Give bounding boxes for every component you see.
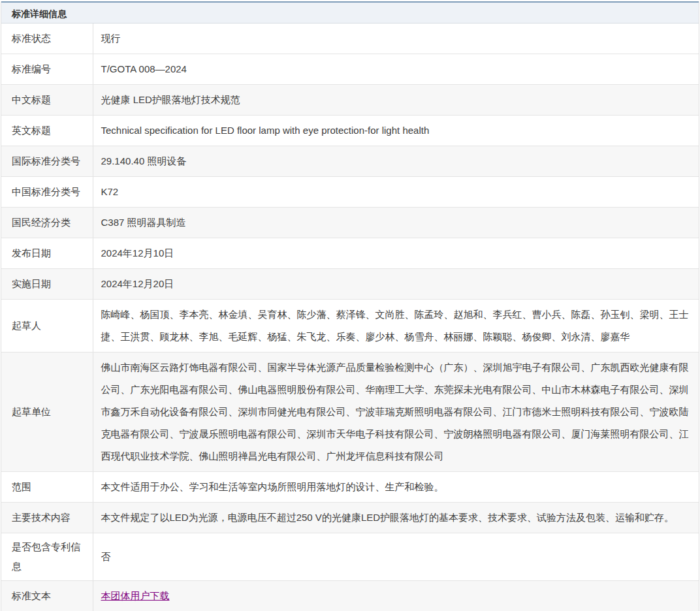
field-label: 是否包含专利信息 bbox=[1, 533, 93, 581]
field-value: 佛山市南海区云路灯饰电器有限公司、国家半导体光源产品质量检验检测中心（广东）、深… bbox=[93, 352, 699, 472]
field-label: 标准状态 bbox=[1, 24, 93, 54]
table-row: 范围 本文件适用于办公、学习和生活等室内场所照明用落地灯的设计、生产和检验。 bbox=[1, 472, 699, 503]
table-row: 标准状态 现行 bbox=[1, 24, 699, 54]
download-link[interactable]: 本团体用户下载 bbox=[101, 590, 170, 601]
page: 标准详细信息 标准状态 现行 标准编号 T/GOTA 008—2024 中文标题… bbox=[0, 0, 700, 611]
table-row: 起草单位 佛山市南海区云路灯饰电器有限公司、国家半导体光源产品质量检验检测中心（… bbox=[1, 352, 699, 472]
field-value: 陈崎峰、杨国顶、李本亮、林金填、吴育林、陈少藩、蔡泽锋、文尚胜、陈孟玲、赵旭和、… bbox=[93, 300, 699, 352]
field-value: C387 照明器具制造 bbox=[93, 208, 699, 238]
table-row: 标准编号 T/GOTA 008—2024 bbox=[1, 54, 699, 85]
field-value: 光健康 LED护眼落地灯技术规范 bbox=[93, 85, 699, 116]
field-label: 实施日期 bbox=[1, 269, 93, 300]
field-value: 本文件规定了以LED为光源，电源电压不超过250 V的光健康LED护眼落地灯的基… bbox=[93, 503, 699, 533]
table-row: 国民经济分类 C387 照明器具制造 bbox=[1, 208, 699, 238]
table-row: 是否包含专利信息 否 bbox=[1, 533, 699, 581]
table-row: 中文标题 光健康 LED护眼落地灯技术规范 bbox=[1, 85, 699, 116]
table-row: 发布日期 2024年12月10日 bbox=[1, 238, 699, 269]
table-row: 国际标准分类号 29.140.40 照明设备 bbox=[1, 146, 699, 177]
field-label: 中文标题 bbox=[1, 85, 93, 116]
field-label: 发布日期 bbox=[1, 238, 93, 269]
field-value: 29.140.40 照明设备 bbox=[93, 146, 699, 177]
field-value: T/GOTA 008—2024 bbox=[93, 54, 699, 85]
field-label: 主要技术内容 bbox=[1, 503, 93, 533]
table-row: 中国标准分类号 K72 bbox=[1, 177, 699, 208]
field-label: 国际标准分类号 bbox=[1, 146, 93, 177]
field-label: 标准编号 bbox=[1, 54, 93, 85]
field-value: 2024年12月10日 bbox=[93, 238, 699, 269]
field-value: 本团体用户下载 bbox=[93, 581, 699, 611]
table-row: 起草人 陈崎峰、杨国顶、李本亮、林金填、吴育林、陈少藩、蔡泽锋、文尚胜、陈孟玲、… bbox=[1, 300, 699, 352]
field-label: 起草单位 bbox=[1, 352, 93, 472]
field-label: 标准文本 bbox=[1, 581, 93, 611]
field-label: 中国标准分类号 bbox=[1, 177, 93, 208]
field-value: Technical specification for LED floor la… bbox=[93, 116, 699, 146]
table-row: 标准文本 本团体用户下载 bbox=[1, 581, 699, 611]
field-label: 范围 bbox=[1, 472, 93, 503]
standard-detail-table: 标准状态 现行 标准编号 T/GOTA 008—2024 中文标题 光健康 LE… bbox=[1, 24, 699, 611]
standard-detail-panel: 标准详细信息 标准状态 现行 标准编号 T/GOTA 008—2024 中文标题… bbox=[1, 1, 699, 611]
field-value: 否 bbox=[93, 533, 699, 581]
table-row: 主要技术内容 本文件规定了以LED为光源，电源电压不超过250 V的光健康LED… bbox=[1, 503, 699, 533]
table-row: 实施日期 2024年12月20日 bbox=[1, 269, 699, 300]
field-label: 国民经济分类 bbox=[1, 208, 93, 238]
field-value: 本文件适用于办公、学习和生活等室内场所照明用落地灯的设计、生产和检验。 bbox=[93, 472, 699, 503]
field-value: 现行 bbox=[93, 24, 699, 54]
table-row: 英文标题 Technical specification for LED flo… bbox=[1, 116, 699, 146]
field-value: 2024年12月20日 bbox=[93, 269, 699, 300]
field-label: 起草人 bbox=[1, 300, 93, 352]
field-value: K72 bbox=[93, 177, 699, 208]
panel-title: 标准详细信息 bbox=[1, 1, 699, 24]
field-label: 英文标题 bbox=[1, 116, 93, 146]
